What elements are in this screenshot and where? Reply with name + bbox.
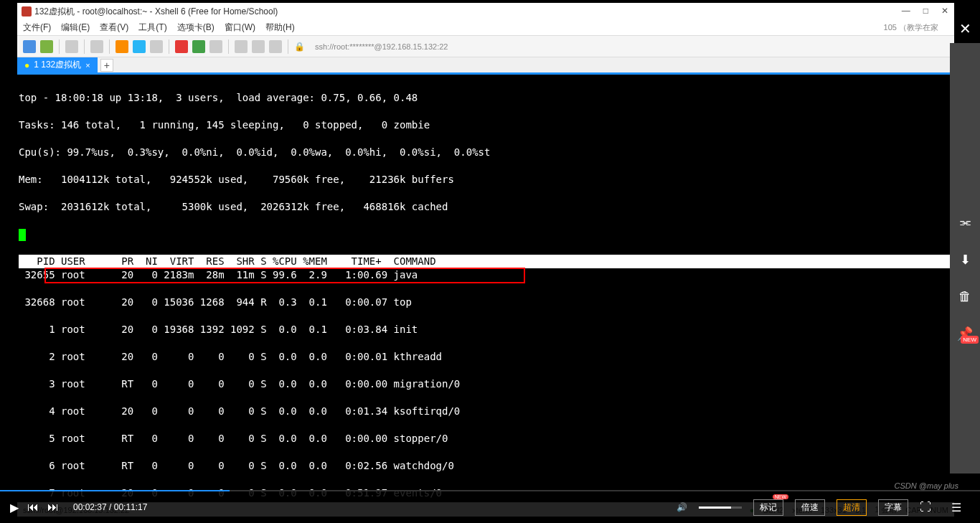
video-time: 00:02:37 / 00:11:17	[73, 502, 147, 512]
term-column-header: PID USER PR NI VIRT RES SHR S %CPU %MEM …	[19, 255, 953, 268]
terminal[interactable]: top - 18:00:18 up 13:18, 3 users, load a…	[17, 75, 954, 502]
font-icon[interactable]	[150, 40, 163, 53]
tool6-icon[interactable]	[269, 40, 282, 53]
table-row: 4 root 20 0 0 0 0 S 0.0 0.0 0:01.34 ksof…	[19, 405, 953, 418]
tab-label: 1 132虚拟机	[34, 59, 81, 71]
volume-icon[interactable]: 🔊	[677, 502, 687, 512]
delete-icon[interactable]: 🗑	[958, 289, 971, 304]
new-badge: NEW	[961, 336, 979, 344]
find-icon[interactable]	[90, 40, 103, 53]
term-line: Mem: 1004112k total, 924552k used, 79560…	[19, 173, 953, 187]
window-maximize[interactable]: □	[923, 6, 928, 16]
window-minimize[interactable]: —	[902, 6, 910, 16]
session-tab[interactable]: ● 1 132虚拟机 ×	[17, 57, 98, 72]
subtitle-button[interactable]: 字幕	[878, 499, 908, 516]
separator	[109, 39, 110, 54]
video-control-bar: ▶ ⏮ ⏭ 00:02:37 / 00:11:17 🔊 标记NEW 倍速 超清 …	[0, 491, 980, 523]
term-line: top - 18:00:18 up 13:18, 3 users, load a…	[19, 91, 953, 105]
term-cursor-line	[19, 227, 953, 241]
video-title: 14_线程诊断_cpu占用高.mp4	[0, 20, 980, 35]
next-button[interactable]: ⏭	[47, 501, 59, 514]
watermark: CSDN @may plus	[895, 481, 958, 490]
quality-button[interactable]: 超清	[837, 499, 867, 516]
mark-button[interactable]: 标记NEW	[753, 499, 783, 516]
xshell-window: 132虚拟机 - root@localhost:~ - Xshell 6 (Fr…	[17, 3, 954, 517]
tab-close-button[interactable]: ×	[85, 61, 90, 70]
window-title: 132虚拟机 - root@localhost:~ - Xshell 6 (Fr…	[34, 6, 278, 18]
tab-add-button[interactable]: +	[100, 59, 113, 72]
tool4-icon[interactable]	[235, 40, 248, 53]
table-row: 5 root RT 0 0 0 0 S 0.0 0.0 0:00.00 stop…	[19, 432, 953, 446]
separator	[288, 39, 288, 54]
share-icon[interactable]: ⫘	[958, 215, 971, 230]
table-row: 32668 root 20 0 15036 1268 944 R 0.3 0.1…	[19, 296, 953, 309]
cursor-icon	[19, 229, 26, 241]
table-row: 2 root 20 0 0 0 0 S 0.0 0.0 0:00.01 kthr…	[19, 350, 953, 364]
tab-activity-icon: ●	[24, 60, 29, 70]
ssh-url-field[interactable]: ssh://root:********@192.168.15.132:22	[315, 42, 448, 51]
tool2-icon[interactable]	[192, 40, 205, 53]
play-button[interactable]: ▶	[10, 501, 19, 514]
toolbar: 🔒 ssh://root:********@192.168.15.132:22	[17, 36, 954, 57]
side-toolbar: ⫘ ⬇ 🗑 📌	[950, 43, 980, 473]
download-icon[interactable]: ⬇	[960, 252, 971, 268]
lock-icon: 🔒	[294, 42, 305, 52]
reconnect-icon[interactable]	[65, 40, 78, 53]
speed-button[interactable]: 倍速	[795, 499, 825, 516]
table-row: 6 root RT 0 0 0 0 S 0.0 0.0 0:02.56 watc…	[19, 459, 953, 473]
tool5-icon[interactable]	[252, 40, 265, 53]
playlist-button[interactable]: ☰	[951, 501, 961, 514]
term-line: Tasks: 146 total, 1 running, 145 sleepin…	[19, 118, 953, 132]
app-icon	[22, 6, 32, 17]
new-session-icon[interactable]	[23, 40, 36, 53]
volume-slider[interactable]	[699, 506, 742, 509]
table-row: 1 root 20 0 19368 1392 1092 S 0.0 0.1 0:…	[19, 323, 953, 336]
video-close-button[interactable]: ✕	[959, 20, 971, 37]
paste-icon[interactable]	[133, 40, 146, 53]
window-close[interactable]: ✕	[941, 6, 948, 16]
term-line: Cpu(s): 99.7%us, 0.3%sy, 0.0%ni, 0.0%id,…	[19, 146, 953, 159]
separator	[59, 39, 60, 54]
separator	[228, 39, 229, 54]
table-row: 3 root RT 0 0 0 0 S 0.0 0.0 0:00.00 migr…	[19, 377, 953, 391]
tool3-icon[interactable]	[209, 40, 222, 53]
separator	[169, 39, 169, 54]
new-badge-icon: NEW	[773, 494, 788, 499]
tab-bar: ● 1 132虚拟机 × +	[17, 57, 954, 75]
separator	[84, 39, 85, 54]
tool1-icon[interactable]	[175, 40, 188, 53]
prev-button[interactable]: ⏮	[27, 501, 39, 514]
copy-icon[interactable]	[116, 40, 128, 53]
term-line: Swap: 2031612k total, 5300k used, 202631…	[19, 200, 953, 214]
open-icon[interactable]	[40, 40, 53, 53]
table-row: 32655 root 20 0 2183m 28m 11m S 99.6 2.9…	[19, 268, 953, 282]
fullscreen-button[interactable]: ⛶	[920, 501, 931, 514]
window-titlebar: 132虚拟机 - root@localhost:~ - Xshell 6 (Fr…	[17, 3, 954, 20]
